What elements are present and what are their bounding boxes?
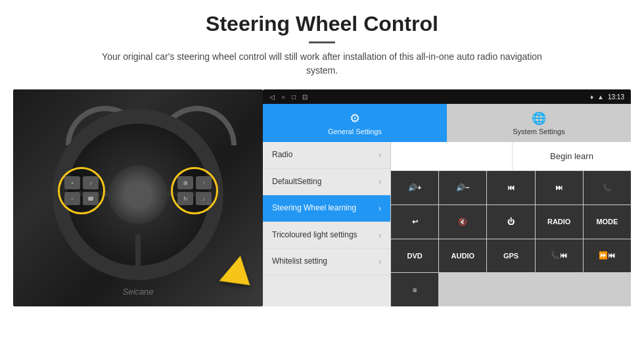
menu-btn-icon: ≡	[413, 286, 417, 294]
back-nav-icon[interactable]: ◁	[269, 93, 275, 101]
menu-radio-chevron: ›	[379, 151, 381, 160]
menu-panel: Radio › DefaultSetting › Steering Wheel …	[263, 142, 391, 306]
btn-phone[interactable]: 📞	[584, 171, 631, 204]
vol-down-icon: 🔊−	[456, 183, 469, 192]
sw-btn-up: ↑	[196, 176, 212, 189]
tabs-row: ⚙ General Settings 🌐 System Settings	[263, 104, 631, 142]
sw-btn-down: ↓	[196, 192, 212, 205]
yellow-circle-right: ⊞ ↑ ↻ ↓	[171, 167, 218, 214]
menu-item-radio[interactable]: Radio ›	[263, 142, 390, 169]
btn-gps[interactable]: GPS	[487, 239, 534, 273]
statusbar-right: ♦ ▲ 13:13	[590, 93, 624, 101]
tab-system-label: System Settings	[513, 128, 564, 135]
audio-btn-label: AUDIO	[451, 252, 474, 260]
seicane-logo: Seicane	[123, 287, 154, 297]
btn-menu[interactable]: ≡	[391, 273, 438, 306]
menu-default-label: DefaultSetting	[272, 177, 321, 187]
menu-radio-label: Radio	[272, 150, 292, 160]
btn-power[interactable]: ⏻	[487, 205, 534, 239]
right-panel: Begin learn 🔊+ 🔊− ⏮	[391, 142, 631, 306]
left-button-grid: + ♪ − ☎	[59, 171, 104, 210]
menu-item-default-setting[interactable]: DefaultSetting ›	[263, 169, 390, 196]
sw-btn-phone: ☎	[83, 192, 99, 205]
menu-item-whitelist[interactable]: Whitelist setting ›	[263, 249, 390, 275]
general-settings-icon: ⚙	[350, 111, 360, 126]
headunit: ◁ ○ □ ⊡ ♦ ▲ 13:13 ⚙ General Settings	[263, 89, 631, 306]
menu-item-steering-wheel[interactable]: Steering Wheel learning ›	[263, 195, 390, 222]
btn-vol-down[interactable]: 🔊−	[439, 171, 486, 204]
recent-nav-icon[interactable]: □	[292, 93, 296, 101]
power-icon: ⏻	[507, 218, 515, 226]
menu-tricoloured-label: Tricoloured light settings	[272, 230, 357, 241]
menu-tricoloured-chevron: ›	[379, 231, 381, 240]
radio-btn-label: RADIO	[547, 218, 570, 226]
tab-general-settings[interactable]: ⚙ General Settings	[263, 104, 447, 142]
page-title: Steering Wheel Control	[26, 12, 618, 36]
screenshot-nav-icon[interactable]: ⊡	[302, 93, 308, 101]
page-header: Steering Wheel Control Your original car…	[0, 0, 644, 84]
radio-empty-area	[391, 142, 513, 170]
button-grid: 🔊+ 🔊− ⏮ ⏭ 📞	[391, 171, 631, 306]
arrow-shape	[219, 256, 261, 298]
btn-mute[interactable]: 🔇	[439, 205, 486, 239]
mute-icon: 🔇	[458, 218, 467, 226]
btn-ff-rw[interactable]: ⏩⏮	[584, 239, 631, 273]
spoke-bottom	[135, 234, 141, 270]
next-track-icon: ⏭	[555, 183, 563, 191]
menu-whitelist-label: Whitelist setting	[272, 256, 327, 267]
tab-system-settings[interactable]: 🌐 System Settings	[447, 104, 631, 142]
system-settings-icon: 🌐	[532, 111, 546, 126]
content-area: + ♪ − ☎ ⊞ ↑ ↻ ↓ Seicane	[13, 89, 631, 306]
dvd-btn-label: DVD	[407, 252, 422, 260]
yellow-arrow	[227, 260, 253, 293]
btn-hang-up[interactable]: ↩	[391, 205, 438, 239]
status-time: 13:13	[608, 93, 624, 101]
wifi-status-icon: ▲	[597, 93, 604, 101]
menu-default-chevron: ›	[379, 177, 381, 186]
mode-btn-label: MODE	[596, 218, 618, 226]
menu-steering-chevron: ›	[379, 204, 381, 213]
home-nav-icon[interactable]: ○	[281, 93, 285, 101]
btn-prev-track[interactable]: ⏮	[487, 171, 534, 204]
sw-btn-mode: ♪	[83, 176, 99, 189]
btn-mode[interactable]: MODE	[584, 205, 631, 239]
vol-up-icon: 🔊+	[408, 183, 421, 192]
btn-vol-up[interactable]: 🔊+	[391, 171, 438, 204]
menu-whitelist-chevron: ›	[379, 257, 381, 266]
steering-photo: + ♪ − ☎ ⊞ ↑ ↻ ↓ Seicane	[13, 89, 263, 306]
statusbar-nav: ◁ ○ □ ⊡	[269, 93, 308, 101]
sw-btn-plus: +	[64, 176, 80, 189]
tab-general-label: General Settings	[328, 128, 382, 135]
btn-phone-prev[interactable]: 📞⏮	[536, 239, 583, 273]
phone-prev-icon: 📞⏮	[551, 251, 567, 260]
ff-rw-icon: ⏩⏮	[599, 251, 615, 260]
btn-audio[interactable]: AUDIO	[439, 239, 486, 273]
hang-up-icon: ↩	[412, 218, 418, 226]
page-subtitle: Your original car's steering wheel contr…	[92, 50, 552, 78]
sw-btn-minus: −	[64, 192, 80, 205]
main-content: Radio › DefaultSetting › Steering Wheel …	[263, 142, 631, 306]
title-divider	[309, 41, 335, 43]
page-container: Steering Wheel Control Your original car…	[0, 0, 644, 306]
sw-btn-mute: ⊞	[177, 176, 193, 189]
yellow-circle-left: + ♪ − ☎	[58, 167, 105, 214]
btn-radio[interactable]: RADIO	[536, 205, 583, 239]
btn-dvd[interactable]: DVD	[391, 239, 438, 273]
prev-track-icon: ⏮	[507, 183, 515, 191]
btn-next-track[interactable]: ⏭	[536, 171, 583, 204]
gps-status-icon: ♦	[590, 93, 593, 101]
right-button-grid: ⊞ ↑ ↻ ↓	[172, 171, 217, 210]
menu-steering-label: Steering Wheel learning	[272, 203, 356, 214]
begin-learn-button[interactable]: Begin learn	[513, 142, 631, 170]
radio-row: Begin learn	[391, 142, 631, 171]
steering-center	[108, 165, 168, 224]
sw-btn-back: ↻	[177, 192, 193, 205]
android-statusbar: ◁ ○ □ ⊡ ♦ ▲ 13:13	[263, 89, 631, 104]
gps-btn-label: GPS	[503, 252, 518, 260]
menu-item-tricoloured[interactable]: Tricoloured light settings ›	[263, 222, 390, 249]
phone-icon: 📞	[603, 183, 612, 192]
